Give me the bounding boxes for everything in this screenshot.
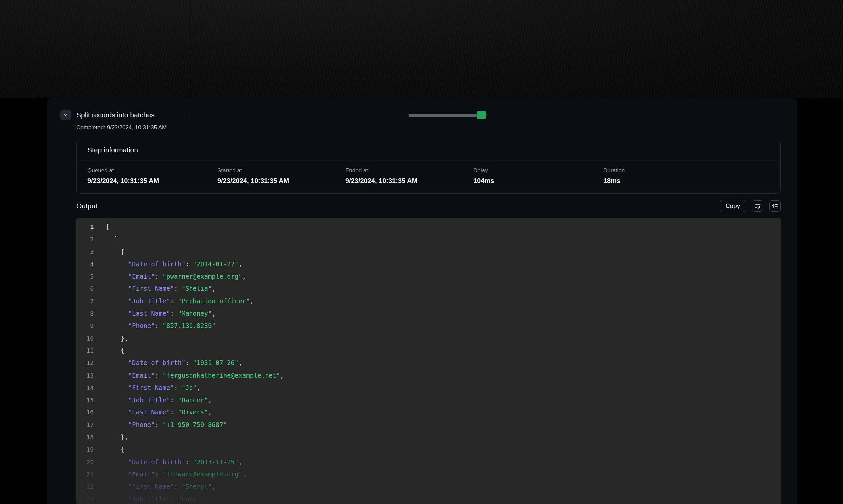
field-label: Duration xyxy=(603,167,770,174)
line-number: 8 xyxy=(76,307,93,320)
code-line: 4 "Date of birth": "2014-01-27", xyxy=(76,258,780,270)
scroll-to-top-icon xyxy=(772,203,778,209)
code-line: 15 "Job Title": "Dancer", xyxy=(76,394,780,406)
line-number: 20 xyxy=(76,456,93,468)
line-number: 3 xyxy=(76,246,93,258)
step-content: Step information Queued at 9/23/2024, 10… xyxy=(76,140,780,504)
line-number: 15 xyxy=(76,394,93,406)
code-line: 19 { xyxy=(76,443,780,455)
field-label: Ended at xyxy=(345,167,473,174)
field-label: Queued at xyxy=(87,167,218,174)
step-header: Split records into batches xyxy=(61,110,780,120)
wrap-text-button[interactable] xyxy=(752,200,763,212)
line-number: 2 xyxy=(76,233,93,245)
wrap-text-icon xyxy=(754,203,761,209)
code-line: 11 { xyxy=(76,344,780,357)
code-line: 23 "Job Title": "Copy", xyxy=(76,493,780,504)
code-line: 20 "Date of birth": "2013-11-25", xyxy=(76,456,780,468)
field-ended-at: Ended at 9/23/2024, 10:31:35 AM xyxy=(345,167,473,185)
step-information-card: Step information Queued at 9/23/2024, 10… xyxy=(76,140,780,194)
line-number: 14 xyxy=(76,382,93,394)
output-actions: Copy xyxy=(720,200,780,212)
code-line: 12 "Date of birth": "1931-07-26", xyxy=(76,357,780,369)
copy-button[interactable]: Copy xyxy=(720,200,746,212)
field-value: 9/23/2024, 10:31:35 AM xyxy=(218,177,345,185)
scroll-to-top-button[interactable] xyxy=(769,200,780,212)
decorative-horizontal-line-right xyxy=(797,384,843,384)
code-line: 17 "Phone": "+1-950-759-8687" xyxy=(76,419,780,431)
line-number: 23 xyxy=(76,493,93,504)
collapse-step-button[interactable] xyxy=(61,110,71,120)
step-detail-panel: Split records into batches Completed: 9/… xyxy=(47,98,797,504)
code-line: 14 "First Name": "Jo", xyxy=(76,382,780,394)
code-line: 13 "Email": "fergusonkatherine@example.n… xyxy=(76,370,780,382)
output-code-viewer[interactable]: 1[2 [3 {4 "Date of birth": "2014-01-27",… xyxy=(76,217,780,504)
field-queued-at: Queued at 9/23/2024, 10:31:35 AM xyxy=(87,167,218,185)
step-information-fields: Queued at 9/23/2024, 10:31:35 AM Started… xyxy=(77,160,780,193)
step-title: Split records into batches xyxy=(76,111,155,119)
line-number: 19 xyxy=(76,443,93,455)
output-title: Output xyxy=(76,202,97,210)
code-line: 9 "Phone": "857.139.8239" xyxy=(76,320,780,332)
code-line: 3 { xyxy=(76,246,780,258)
field-duration: Duration 18ms xyxy=(603,167,770,185)
code-line: 21 "Email": "fhoward@example.org", xyxy=(76,468,780,481)
line-number: 13 xyxy=(76,370,93,382)
decorative-vertical-line xyxy=(191,0,191,98)
background-texture xyxy=(0,0,843,98)
code-line: 5 "Email": "pwarner@example.org", xyxy=(76,270,780,283)
code-line: 18 }, xyxy=(76,431,780,443)
code-line: 1[ xyxy=(76,221,780,233)
line-number: 12 xyxy=(76,357,93,369)
line-number: 4 xyxy=(76,258,93,270)
field-value: 18ms xyxy=(603,177,770,185)
field-label: Started at xyxy=(218,167,345,174)
code-line: 8 "Last Name": "Mahoney", xyxy=(76,307,780,320)
step-information-title: Step information xyxy=(77,140,780,160)
timeline-track[interactable] xyxy=(189,110,780,120)
line-number: 18 xyxy=(76,431,93,443)
line-number: 6 xyxy=(76,283,93,295)
field-value: 9/23/2024, 10:31:35 AM xyxy=(345,177,473,185)
line-number: 21 xyxy=(76,468,93,481)
step-completed-timestamp: Completed: 9/23/2024, 10:31:35 AM xyxy=(76,124,780,131)
decorative-horizontal-line-left xyxy=(0,137,47,137)
line-number: 5 xyxy=(76,270,93,283)
line-number: 17 xyxy=(76,419,93,431)
line-number: 10 xyxy=(76,332,93,344)
code-line: 6 "First Name": "Shelia", xyxy=(76,283,780,295)
chevron-down-icon xyxy=(63,112,68,118)
code-lines: 1[2 [3 {4 "Date of birth": "2014-01-27",… xyxy=(76,221,780,504)
code-line: 22 "First Name": "Sheryl", xyxy=(76,481,780,493)
line-number: 16 xyxy=(76,406,93,418)
line-number: 22 xyxy=(76,481,93,493)
field-started-at: Started at 9/23/2024, 10:31:35 AM xyxy=(218,167,345,185)
line-number: 11 xyxy=(76,344,93,357)
line-number: 7 xyxy=(76,295,93,307)
code-line: 10 }, xyxy=(76,332,780,344)
code-line: 2 [ xyxy=(76,233,780,245)
code-line: 16 "Last Name": "Rivers", xyxy=(76,406,780,418)
line-number: 9 xyxy=(76,320,93,332)
field-delay: Delay 104ms xyxy=(473,167,603,185)
field-value: 104ms xyxy=(473,177,603,185)
line-number: 1 xyxy=(76,221,93,233)
code-line: 7 "Job Title": "Probation officer", xyxy=(76,295,780,307)
timeline-handle[interactable] xyxy=(477,111,486,119)
field-value: 9/23/2024, 10:31:35 AM xyxy=(87,177,218,185)
field-label: Delay xyxy=(473,167,603,174)
timeline-window[interactable] xyxy=(409,114,477,117)
output-header: Output Copy xyxy=(76,198,780,214)
